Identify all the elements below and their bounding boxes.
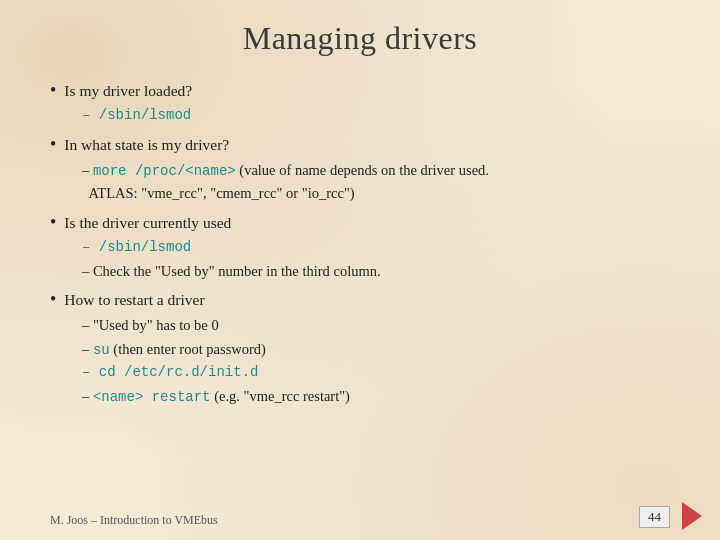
bullet-dot-1: •	[50, 81, 56, 99]
bullet-2-sub-1-text: – more /proc/<name> (value of name depen…	[82, 159, 489, 205]
bullet-3-sub-1: – /sbin/lsmod	[82, 237, 670, 259]
bullet-4-sub-2: – su (then enter root password)	[82, 338, 670, 362]
bullet-3-subs: – /sbin/lsmod – Check the "Used by" numb…	[82, 237, 670, 282]
bullet-3-text: Is the driver currently used	[64, 211, 231, 235]
bullet-4-sub-4-text: – <name> restart (e.g. "vme_rcc restart"…	[82, 385, 350, 409]
bullet-3: • Is the driver currently used – /sbin/l…	[50, 211, 670, 282]
bullet-1-text: Is my driver loaded?	[64, 79, 192, 103]
bullet-1-subs: – /sbin/lsmod	[82, 105, 670, 127]
bullet-2: • In what state is my driver? – more /pr…	[50, 133, 670, 205]
bullet-4-text: How to restart a driver	[64, 288, 204, 312]
bullet-1: • Is my driver loaded? – /sbin/lsmod	[50, 79, 670, 127]
footer-text: M. Joos – Introduction to VMEbus	[50, 513, 218, 528]
bullet-2-text: In what state is my driver?	[64, 133, 229, 157]
slide-content: • Is my driver loaded? – /sbin/lsmod • I…	[50, 79, 670, 409]
bullet-1-sub-1-text: – /sbin/lsmod	[82, 105, 191, 127]
bullet-2-subs: – more /proc/<name> (value of name depen…	[82, 159, 670, 205]
bullet-3-sub-2-text: – Check the "Used by" number in the thir…	[82, 260, 381, 282]
bullet-4-sub-3-text: – cd /etc/rc.d/init.d	[82, 362, 258, 384]
slide-title: Managing drivers	[50, 20, 670, 57]
bullet-4-sub-4: – <name> restart (e.g. "vme_rcc restart"…	[82, 385, 670, 409]
bullet-dot-2: •	[50, 135, 56, 153]
slide: Managing drivers • Is my driver loaded? …	[0, 0, 720, 540]
bullet-1-sub-1: – /sbin/lsmod	[82, 105, 670, 127]
next-arrow-icon[interactable]	[682, 502, 702, 530]
bullet-4-sub-1-text: – "Used by" has to be 0	[82, 314, 219, 336]
bullet-4-subs: – "Used by" has to be 0 – su (then enter…	[82, 314, 670, 409]
bullet-3-sub-1-text: – /sbin/lsmod	[82, 237, 191, 259]
bullet-4-sub-2-text: – su (then enter root password)	[82, 338, 266, 362]
bullet-3-sub-2: – Check the "Used by" number in the thir…	[82, 260, 670, 282]
bullet-1-main: • Is my driver loaded?	[50, 79, 670, 103]
bullet-dot-4: •	[50, 290, 56, 308]
bullet-2-main: • In what state is my driver?	[50, 133, 670, 157]
bullet-2-sub-1: – more /proc/<name> (value of name depen…	[82, 159, 670, 205]
bullet-3-main: • Is the driver currently used	[50, 211, 670, 235]
bullet-4-sub-3: – cd /etc/rc.d/init.d	[82, 362, 670, 384]
bullet-4-sub-1: – "Used by" has to be 0	[82, 314, 670, 336]
page-number: 44	[639, 506, 670, 528]
bullet-4: • How to restart a driver – "Used by" ha…	[50, 288, 670, 409]
bullet-4-main: • How to restart a driver	[50, 288, 670, 312]
bullet-dot-3: •	[50, 213, 56, 231]
